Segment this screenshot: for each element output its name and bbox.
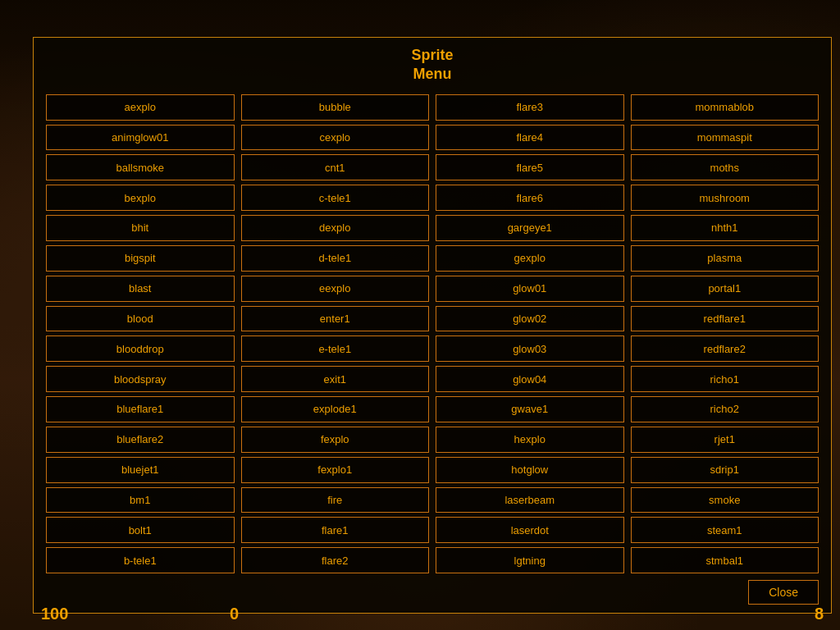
sprite-btn-flare2[interactable]: flare2 xyxy=(241,547,430,573)
sprite-btn-redflare2[interactable]: redflare2 xyxy=(631,336,819,362)
sprite-btn-portal1[interactable]: portal1 xyxy=(631,276,819,302)
dialog-footer: Close xyxy=(46,580,819,605)
sprite-btn-flare3[interactable]: flare3 xyxy=(436,94,624,121)
sprite-btn-hexplo[interactable]: hexplo xyxy=(436,427,624,453)
sprite-btn-flare4[interactable]: flare4 xyxy=(436,125,624,151)
sprite-btn-flare6[interactable]: flare6 xyxy=(436,185,624,211)
sprite-btn-plasma[interactable]: plasma xyxy=(631,245,819,272)
sprite-btn-blast[interactable]: blast xyxy=(46,276,235,302)
sprite-btn-glow03[interactable]: glow03 xyxy=(436,336,624,362)
sprite-btn-mommaspit[interactable]: mommaspit xyxy=(631,125,819,151)
sprite-btn-fire[interactable]: fire xyxy=(241,487,430,514)
sprite-btn-stmbal1[interactable]: stmbal1 xyxy=(631,547,819,573)
sprite-btn-bhit[interactable]: bhit xyxy=(46,215,235,241)
sprite-btn-d-tele1[interactable]: d-tele1 xyxy=(241,245,430,272)
sprite-btn-richo1[interactable]: richo1 xyxy=(631,366,819,392)
sprite-btn-animglow01[interactable]: animglow01 xyxy=(46,125,235,151)
sprite-btn-bexplo[interactable]: bexplo xyxy=(46,185,235,211)
sprite-btn-fexplo1[interactable]: fexplo1 xyxy=(241,457,430,483)
sprite-btn-lgtning[interactable]: lgtning xyxy=(436,547,624,573)
sprite-btn-moths[interactable]: moths xyxy=(631,154,819,180)
title-line1: Sprite xyxy=(46,46,819,65)
sprite-btn-bluejet1[interactable]: bluejet1 xyxy=(46,457,235,483)
hud-health: 100 xyxy=(41,605,68,623)
sprite-btn-cexplo[interactable]: cexplo xyxy=(241,125,430,151)
sprite-btn-blueflare2[interactable]: blueflare2 xyxy=(46,427,235,453)
sprite-btn-blueflare1[interactable]: blueflare1 xyxy=(46,396,235,422)
sprite-btn-c-tele1[interactable]: c-tele1 xyxy=(241,185,430,211)
sprite-btn-flare1[interactable]: flare1 xyxy=(241,517,430,543)
sprite-btn-bloodspray[interactable]: bloodspray xyxy=(46,366,235,392)
sprite-btn-ballsmoke[interactable]: ballsmoke xyxy=(46,154,235,180)
sprite-btn-mushroom[interactable]: mushroom xyxy=(631,185,819,211)
sprite-btn-steam1[interactable]: steam1 xyxy=(631,517,819,543)
sprite-btn-bm1[interactable]: bm1 xyxy=(46,487,235,514)
sprite-btn-glow01[interactable]: glow01 xyxy=(436,276,624,302)
sprite-btn-hotglow[interactable]: hotglow xyxy=(436,457,624,483)
sprite-btn-redflare1[interactable]: redflare1 xyxy=(631,306,819,332)
sprite-btn-aexplo[interactable]: aexplo xyxy=(46,94,235,121)
sprite-btn-blood[interactable]: blood xyxy=(46,306,235,332)
sprite-btn-bubble[interactable]: bubble xyxy=(241,94,430,121)
sprite-btn-glow02[interactable]: glow02 xyxy=(436,306,624,332)
sprite-btn-bigspit[interactable]: bigspit xyxy=(46,245,235,272)
sprite-btn-enter1[interactable]: enter1 xyxy=(241,306,430,332)
sprite-grid: aexplobubbleflare3mommablobanimglow01cex… xyxy=(46,94,819,573)
sprite-btn-nhth1[interactable]: nhth1 xyxy=(631,215,819,241)
sprite-btn-gargeye1[interactable]: gargeye1 xyxy=(436,215,624,241)
sprite-btn-richo2[interactable]: richo2 xyxy=(631,396,819,422)
sprite-btn-smoke[interactable]: smoke xyxy=(631,487,819,514)
sprite-btn-b-tele1[interactable]: b-tele1 xyxy=(46,547,235,573)
sprite-btn-eexplo[interactable]: eexplo xyxy=(241,276,430,302)
title-area: Sprite Menu xyxy=(46,46,819,84)
sprite-btn-dexplo[interactable]: dexplo xyxy=(241,215,430,241)
sprite-btn-gexplo[interactable]: gexplo xyxy=(436,245,624,272)
sprite-btn-explode1[interactable]: explode1 xyxy=(241,396,430,422)
title-line2: Menu xyxy=(46,65,819,84)
sprite-btn-glow04[interactable]: glow04 xyxy=(436,366,624,392)
sprite-btn-cnt1[interactable]: cnt1 xyxy=(241,154,430,180)
sprite-btn-gwave1[interactable]: gwave1 xyxy=(436,396,624,422)
sprite-btn-laserbeam[interactable]: laserbeam xyxy=(436,487,624,514)
sprite-btn-exit1[interactable]: exit1 xyxy=(241,366,430,392)
sprite-btn-sdrip1[interactable]: sdrip1 xyxy=(631,457,819,483)
sprite-btn-flare5[interactable]: flare5 xyxy=(436,154,624,180)
sprite-btn-e-tele1[interactable]: e-tele1 xyxy=(241,336,430,362)
sprite-btn-bolt1[interactable]: bolt1 xyxy=(46,517,235,543)
sprite-btn-rjet1[interactable]: rjet1 xyxy=(631,427,819,453)
sprite-btn-mommablob[interactable]: mommablob xyxy=(631,94,819,121)
sprite-menu-dialog: Sprite Menu aexplobubbleflare3mommabloba… xyxy=(33,37,832,614)
sprite-btn-blooddrop[interactable]: blooddrop xyxy=(46,336,235,362)
sprite-btn-fexplo[interactable]: fexplo xyxy=(241,427,430,453)
hud-score: 8 xyxy=(815,605,824,623)
sprite-btn-laserdot[interactable]: laserdot xyxy=(436,517,624,543)
close-button[interactable]: Close xyxy=(748,580,819,605)
hud-ammo: 0 xyxy=(230,605,239,623)
